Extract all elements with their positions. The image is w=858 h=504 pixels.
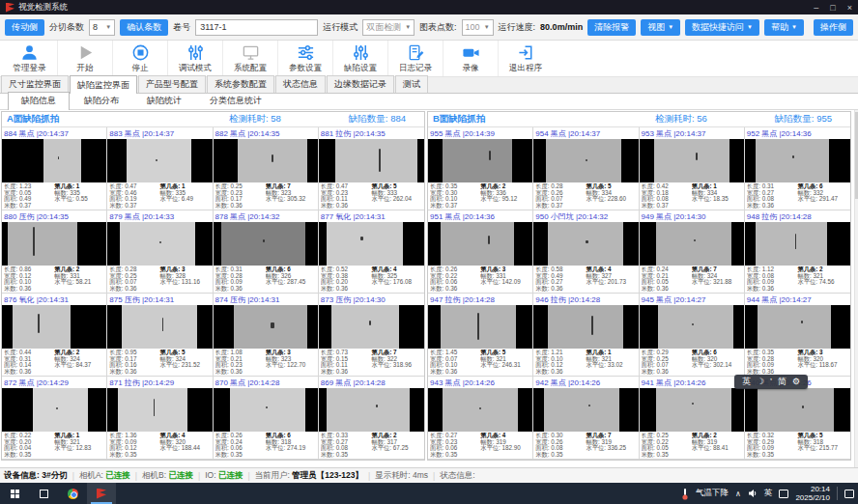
- defect-cell[interactable]: 954 黑点 |20:14:37长度: 0.28宽度: 0.26面积: 0.07…: [533, 127, 639, 210]
- defect-thumbnail-image[interactable]: [533, 139, 638, 182]
- defect-thumbnail-image[interactable]: [107, 139, 212, 182]
- defect-cell[interactable]: 869 黑点 |20:14:28长度: 0.33宽度: 0.27面积: 0.08…: [319, 377, 424, 460]
- defect-thumbnail-image[interactable]: [428, 222, 532, 266]
- defect-settings-button[interactable]: 缺陷设置: [332, 41, 387, 76]
- defect-thumbnail-image[interactable]: [428, 388, 532, 432]
- defect-cell[interactable]: 942 黑点 |20:14:26长度: 0.30宽度: 0.26面积: 0.08…: [533, 377, 639, 460]
- defect-cell[interactable]: 955 黑点 |20:14:39长度: 0.35宽度: 0.30面积: 0.10…: [428, 127, 533, 210]
- defect-thumbnail-image[interactable]: [2, 388, 106, 432]
- ime-simplified-indicator[interactable]: 简: [778, 378, 786, 386]
- defect-cell[interactable]: 872 黑点 |20:14:29长度: 0.22宽度: 0.20面积: 0.04…: [2, 377, 107, 460]
- defect-thumbnail-image[interactable]: [319, 139, 424, 182]
- defect-cell[interactable]: 877 氧化 |20:14:31长度: 0.52宽度: 0.38面积: 0.20…: [319, 210, 424, 294]
- chart-points-select[interactable]: 100 ▼: [462, 19, 494, 36]
- defect-cell[interactable]: 947 拉伤 |20:14:28长度: 1.45宽度: 0.07面积: 0.10…: [428, 294, 533, 377]
- admin-login-button[interactable]: 管理登录: [2, 41, 57, 76]
- defect-thumbnail-image[interactable]: [214, 222, 318, 266]
- defect-thumbnail-image[interactable]: [745, 139, 850, 182]
- system-config-button[interactable]: 系统配置: [222, 41, 277, 76]
- defect-cell[interactable]: 875 压伤 |20:14:31长度: 0.95宽度: 0.17面积: 0.16…: [107, 294, 213, 377]
- start-button[interactable]: 开始: [57, 41, 112, 76]
- param-settings-button[interactable]: 参数设置: [277, 41, 332, 76]
- defect-cell[interactable]: 951 黑点 |20:14:36长度: 0.26宽度: 0.22面积: 0.06…: [428, 210, 533, 294]
- defect-thumbnail-image[interactable]: [533, 388, 638, 432]
- data-quick-access-menu-button[interactable]: 数据快捷访问▼: [685, 19, 759, 36]
- defect-thumbnail-image[interactable]: [640, 139, 744, 182]
- defect-thumbnail-image[interactable]: [214, 139, 318, 182]
- defect-thumbnail-image[interactable]: [428, 139, 532, 182]
- sub-tab-1[interactable]: 缺陷分布: [71, 92, 132, 109]
- volume-icon[interactable]: [748, 489, 758, 498]
- defect-thumbnail-image[interactable]: [428, 305, 532, 349]
- defect-cell[interactable]: 882 黑点 |20:14:35长度: 0.25宽度: 0.23面积: 0.17…: [214, 127, 319, 210]
- defect-cell[interactable]: 950 小凹坑 |20:14:32长度: 0.58宽度: 0.49面积: 0.2…: [533, 210, 639, 294]
- defect-thumbnail-image[interactable]: [107, 388, 212, 432]
- defect-thumbnail-image[interactable]: [107, 222, 212, 266]
- run-mode-select[interactable]: 双面检测 ▼: [362, 19, 415, 36]
- defect-cell[interactable]: 873 压伤 |20:14:30长度: 0.73宽度: 0.15面积: 0.11…: [319, 294, 424, 377]
- defect-thumbnail-image[interactable]: [640, 388, 744, 432]
- ime-moon-icon[interactable]: ☽: [757, 378, 764, 386]
- defect-cell[interactable]: 946 拉伤 |20:14:28长度: 1.21宽度: 0.10面积: 0.12…: [533, 294, 639, 377]
- defect-cell[interactable]: 953 黑点 |20:14:37长度: 0.42宽度: 0.18面积: 0.08…: [640, 127, 745, 210]
- defect-thumbnail-image[interactable]: [2, 222, 106, 266]
- defect-thumbnail-image[interactable]: [640, 222, 744, 266]
- ime-english-indicator[interactable]: 英: [742, 378, 751, 386]
- browser-taskbar-button[interactable]: [58, 483, 87, 504]
- defect-cell[interactable]: 871 拉伤 |20:14:29长度: 1.36宽度: 0.09面积: 0.12…: [107, 377, 213, 460]
- defect-thumbnail-image[interactable]: [319, 222, 424, 266]
- start-button[interactable]: [0, 483, 29, 504]
- defect-thumbnail-image[interactable]: [745, 388, 850, 432]
- view-menu-button[interactable]: 视图▼: [641, 19, 680, 36]
- vertical-scrollbar[interactable]: [854, 110, 858, 467]
- minimize-button[interactable]: –: [814, 3, 818, 13]
- defect-thumbnail-image[interactable]: [214, 388, 318, 432]
- defect-cell[interactable]: 876 氧化 |20:14:31长度: 0.44宽度: 0.31面积: 0.14…: [2, 294, 107, 377]
- sub-tab-2[interactable]: 缺陷统计: [133, 92, 195, 109]
- task-view-button[interactable]: [29, 483, 58, 504]
- ime-toolbar[interactable]: 英 ☽ ’ 简 ⚙: [734, 375, 808, 389]
- action-center-icon[interactable]: [844, 490, 854, 498]
- roll-number-input[interactable]: [195, 19, 318, 36]
- main-tab-2[interactable]: 产品型号配置: [138, 75, 206, 93]
- defect-thumbnail-image[interactable]: [533, 222, 638, 266]
- defect-cell[interactable]: 884 黑点 |20:14:37长度: 1.23宽度: 0.05面积: 0.49…: [2, 127, 107, 210]
- clock[interactable]: 20:142025/2/10: [795, 485, 830, 502]
- main-tab-5[interactable]: 边缘数据记录: [327, 75, 394, 93]
- sub-tab-0[interactable]: 缺陷信息: [8, 92, 70, 110]
- defect-thumbnail-image[interactable]: [2, 305, 106, 349]
- ime-tray-icon[interactable]: [779, 490, 788, 498]
- defect-cell[interactable]: 883 黑点 |20:14:37长度: 0.47宽度: 0.46面积: 0.19…: [107, 127, 213, 210]
- defect-cell[interactable]: 941 黑点 |20:14:26长度: 0.25宽度: 0.22面积: 0.05…: [640, 377, 745, 460]
- stop-button[interactable]: 停止: [112, 41, 167, 76]
- defect-cell[interactable]: 952 黑点 |20:14:36长度: 0.31宽度: 0.27面积: 0.08…: [745, 127, 850, 210]
- defect-cell[interactable]: 943 黑点 |20:14:26长度: 0.27宽度: 0.23面积: 0.06…: [428, 377, 533, 460]
- help-menu-button[interactable]: 帮助▼: [764, 19, 804, 36]
- defect-thumbnail-image[interactable]: [2, 139, 106, 182]
- defect-cell[interactable]: 944 黑点 |20:14:27长度: 0.35宽度: 0.28面积: 0.09…: [745, 294, 850, 377]
- defect-cell[interactable]: 878 黑点 |20:14:32长度: 0.31宽度: 0.28面积: 0.09…: [214, 210, 319, 294]
- defect-cell[interactable]: 949 黑点 |20:14:30长度: 0.24宽度: 0.21面积: 0.05…: [640, 210, 745, 294]
- main-tab-0[interactable]: 尺寸监控界面: [1, 75, 69, 93]
- defect-thumbnail-image[interactable]: [319, 388, 424, 432]
- maximize-button[interactable]: □: [830, 3, 835, 13]
- defect-cell[interactable]: 881 拉伤 |20:14:35长度: 0.47宽度: 0.23面积: 0.11…: [319, 127, 424, 210]
- defect-thumbnail-image[interactable]: [319, 305, 424, 349]
- operate-side-button[interactable]: 操作侧: [814, 19, 853, 36]
- defect-thumbnail-image[interactable]: [533, 305, 638, 349]
- defect-cell[interactable]: 879 黑点 |20:14:33长度: 0.28宽度: 0.25面积: 0.07…: [107, 210, 213, 294]
- sub-tab-3[interactable]: 分类信息统计: [196, 92, 275, 109]
- defect-thumbnail-image[interactable]: [745, 222, 850, 266]
- main-tab-6[interactable]: 测试: [395, 75, 428, 93]
- weather-tray-text[interactable]: 气温下降: [696, 488, 729, 499]
- main-tab-4[interactable]: 状态信息: [275, 75, 326, 93]
- confirm-count-button[interactable]: 确认条数: [120, 19, 168, 36]
- slit-count-select[interactable]: 8 ▼: [89, 19, 115, 36]
- defect-cell[interactable]: 948 拉伤 |20:14:28长度: 1.12宽度: 0.08面积: 0.09…: [745, 210, 850, 294]
- defect-cell[interactable]: 874 压伤 |20:14:31长度: 1.08宽度: 0.21面积: 0.23…: [214, 294, 319, 377]
- ime-punctuation-icon[interactable]: ’: [770, 378, 772, 386]
- exit-program-button[interactable]: 退出程序: [498, 41, 553, 76]
- defect-cell[interactable]: 945 黑点 |20:14:27长度: 0.29宽度: 0.25面积: 0.07…: [640, 294, 745, 377]
- defect-thumbnail-image[interactable]: [107, 305, 212, 349]
- clear-alarm-button[interactable]: 清除报警: [587, 19, 636, 36]
